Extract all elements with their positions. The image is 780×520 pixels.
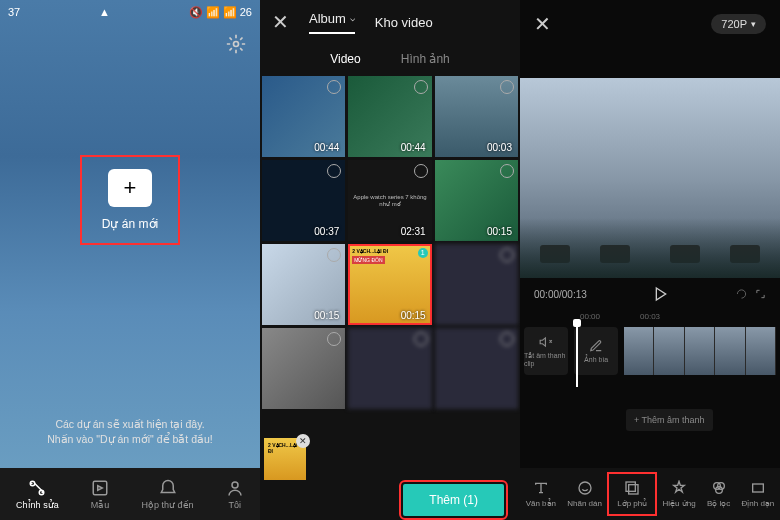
select-circle[interactable] (414, 332, 428, 346)
cover-button[interactable]: Ảnh bìa (574, 327, 618, 375)
resolution-selector[interactable]: 720P▾ (711, 14, 766, 34)
battery-level: 26 (240, 6, 252, 18)
video-preview[interactable] (520, 78, 780, 278)
chevron-down-icon: ▾ (751, 19, 756, 29)
select-circle[interactable] (327, 332, 341, 346)
svg-point-10 (715, 487, 722, 494)
settings-icon[interactable] (226, 34, 246, 54)
tab-image[interactable]: Hình ảnh (401, 52, 450, 66)
select-circle[interactable] (327, 164, 341, 178)
thumb-item[interactable] (262, 328, 345, 409)
tool-overlay[interactable]: Lớp phủ (613, 478, 651, 510)
album-dropdown[interactable]: Album⌵ (309, 11, 355, 34)
new-project-button[interactable]: + Dự án mới (80, 155, 180, 245)
editor-toolbar: Văn bản Nhãn dán Lớp phủ Hiệu ứng Bộ lọc… (520, 468, 780, 520)
plus-icon: + (108, 169, 152, 207)
svg-rect-11 (753, 484, 764, 492)
nav-templates[interactable]: Mẫu (91, 479, 110, 510)
add-audio-button[interactable]: + Thêm âm thanh (626, 409, 713, 431)
tool-sticker[interactable]: Nhãn dán (567, 480, 602, 508)
select-circle[interactable] (500, 332, 514, 346)
tool-filter[interactable]: Bộ lọc (707, 480, 730, 508)
nav-profile[interactable]: Tôi (226, 479, 244, 510)
tray-item[interactable]: 2 VẠCH...LẠI ĐI✕ (264, 438, 306, 480)
video-track[interactable] (624, 327, 776, 375)
close-icon[interactable]: ✕ (272, 10, 289, 34)
bottom-nav: Chỉnh sửa Mẫu Hộp thư đến Tôi (0, 468, 260, 520)
thumb-item[interactable]: 00:37 (262, 160, 345, 241)
mute-clip-button[interactable]: Tắt âm thanh clip (524, 327, 568, 375)
remove-icon[interactable]: ✕ (296, 434, 310, 448)
thumb-item[interactable]: Apple watch series 7 không như mơ02:31 (348, 160, 431, 241)
close-icon[interactable]: ✕ (534, 12, 551, 36)
mute-icon: 🔇 (189, 6, 203, 19)
timeline[interactable]: Tắt âm thanh clip Ảnh bìa (520, 327, 780, 387)
select-circle[interactable] (500, 80, 514, 94)
select-circle[interactable] (414, 80, 428, 94)
add-button[interactable]: Thêm (1) (403, 484, 504, 516)
svg-point-0 (234, 42, 239, 47)
svg-rect-6 (626, 482, 635, 491)
select-circle[interactable] (327, 80, 341, 94)
tool-effects[interactable]: Hiệu ứng (663, 480, 696, 508)
svg-rect-7 (629, 485, 638, 494)
wifi-icon: 📶 (206, 6, 220, 19)
nav-inbox[interactable]: Hộp thư đến (142, 479, 194, 510)
selection-tray: 2 VẠCH...LẠI ĐI✕ (264, 438, 306, 480)
thumb-item[interactable]: 00:03 (435, 76, 518, 157)
chevron-down-icon: ⌵ (350, 13, 355, 23)
select-circle[interactable] (414, 164, 428, 178)
tool-text[interactable]: Văn bản (526, 480, 556, 508)
thumb-item[interactable]: 00:15 (262, 244, 345, 325)
media-grid: 00:44 00:44 00:03 00:37 Apple watch seri… (260, 74, 520, 411)
signal-icon: 📶 (223, 6, 237, 19)
playback-bar: 00:00/00:13 (520, 278, 780, 310)
select-circle[interactable] (327, 248, 341, 262)
select-circle[interactable] (500, 248, 514, 262)
thumb-item[interactable] (348, 328, 431, 409)
thumb-item[interactable]: 00:15 (435, 160, 518, 241)
status-bar: 37 ▲ 🔇 📶 📶 26 (0, 0, 260, 24)
playhead[interactable] (576, 323, 578, 387)
tool-format[interactable]: Định dạn (742, 480, 775, 508)
play-icon[interactable] (653, 286, 669, 302)
svg-point-4 (232, 482, 238, 488)
thumb-item[interactable]: 00:44 (262, 76, 345, 157)
empty-hint: Các dự án sẽ xuất hiện tại đây. Nhấn vào… (0, 417, 260, 449)
thumb-item[interactable]: 00:44 (348, 76, 431, 157)
svg-point-5 (579, 482, 591, 494)
select-circle[interactable] (500, 164, 514, 178)
status-time: 37 (8, 6, 20, 18)
storage-tab[interactable]: Kho video (375, 15, 433, 30)
selection-badge: 1 (418, 248, 428, 258)
tab-video[interactable]: Video (330, 52, 360, 66)
expand-icon[interactable] (755, 286, 766, 302)
timeline-ruler: 00:0000:03 (520, 310, 780, 323)
thumb-item[interactable] (435, 244, 518, 325)
time-display: 00:00/00:13 (534, 289, 587, 300)
thumb-item-selected[interactable]: 2 VẠCH...LẠI ĐIMỪNG ĐÓN100:15 (348, 244, 431, 325)
svg-rect-3 (93, 481, 107, 495)
nav-edit[interactable]: Chỉnh sửa (16, 479, 59, 510)
undo-icon[interactable] (736, 286, 747, 302)
thumb-item[interactable] (435, 328, 518, 409)
